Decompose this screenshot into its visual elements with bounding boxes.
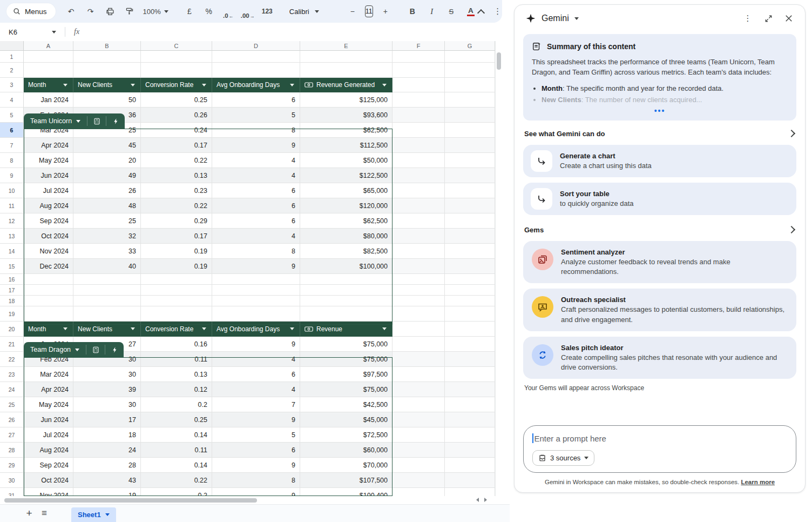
column-header-g[interactable]: G [445,41,495,51]
row-header[interactable]: 29 [0,458,24,473]
cell[interactable] [393,274,445,285]
cell[interactable]: 50 [73,92,141,108]
redo-button[interactable]: ↷ [82,4,100,19]
select-all-corner[interactable] [0,41,24,51]
cell[interactable]: Jul 2024 [24,427,73,443]
cell[interactable] [393,51,445,63]
chevron-down-icon[interactable] [290,327,294,330]
number-format-button[interactable]: 123 [258,4,276,19]
cell[interactable] [445,367,495,382]
cell[interactable]: 0.25 [141,92,212,108]
cell[interactable]: 0.13 [141,367,212,382]
gem-sales-pitch-ideator[interactable]: Sales pitch ideatorCreate compelling sal… [523,337,796,379]
undo-button[interactable]: ↶ [62,4,80,19]
table-calc-button[interactable] [86,342,105,357]
cell[interactable] [393,458,445,473]
cell[interactable] [445,427,495,443]
column-header-d[interactable]: D [212,41,300,51]
cell[interactable] [300,63,393,78]
row-header[interactable]: 2 [0,63,24,78]
cell[interactable] [445,352,495,367]
cell[interactable]: 0.14 [141,458,212,473]
font-size-input[interactable]: 11 [365,5,373,17]
row-header[interactable]: 6 [0,123,24,138]
cell[interactable]: 4 [212,352,300,367]
cell[interactable] [212,306,300,322]
table-column-header[interactable]: New Clients [73,322,141,337]
cell[interactable] [73,51,141,63]
cell[interactable] [393,427,445,443]
cell[interactable]: 6 [212,443,300,458]
cell[interactable]: 0.17 [141,229,212,244]
table-calc-button[interactable] [87,113,106,129]
font-family-select[interactable]: Calibri [285,8,335,16]
row-header[interactable]: 22 [0,352,24,367]
cell[interactable]: $120,000 [300,198,393,213]
cell[interactable]: Mar 2024 [24,367,73,382]
cell[interactable]: $60,000 [300,443,393,458]
cell[interactable]: Oct 2024 [24,229,73,244]
all-sheets-button[interactable]: ≡ [37,508,52,519]
row-header[interactable]: 3 [0,78,24,92]
horizontal-scrollbar[interactable] [0,496,502,504]
cell[interactable]: 0.22 [141,198,212,213]
cell[interactable]: 19 [73,488,141,496]
scroll-right-icon[interactable] [484,498,487,502]
cell[interactable] [445,51,495,63]
decrease-font-size-button[interactable]: − [343,4,362,19]
cell[interactable]: $75,000 [300,337,393,352]
cell[interactable] [445,153,495,168]
cell[interactable] [141,63,212,78]
cell[interactable] [73,285,141,296]
cell[interactable]: 45 [73,138,141,153]
cell[interactable] [445,473,495,488]
cell[interactable] [212,63,300,78]
cell[interactable]: May 2024 [24,153,73,168]
row-header[interactable]: 27 [0,427,24,443]
cell[interactable] [300,274,393,285]
vertical-scrollbar[interactable] [495,41,502,496]
hide-menus-button[interactable] [472,4,490,19]
cell[interactable]: 0.12 [141,382,212,397]
chevron-down-icon[interactable] [131,327,135,330]
cell[interactable]: 0.19 [141,259,212,274]
panel-more-options-button[interactable]: ⋮ [740,11,755,26]
row-header[interactable]: 13 [0,229,24,244]
cell[interactable]: Dec 2024 [24,259,73,274]
cell[interactable]: Aug 2024 [24,198,73,213]
row-header[interactable]: 11 [0,198,24,213]
cell[interactable] [141,306,212,322]
cell[interactable] [73,306,141,322]
cell[interactable] [24,274,73,285]
cell[interactable]: 0.26 [141,108,212,123]
cell[interactable] [393,63,445,78]
cell[interactable]: 49 [73,168,141,183]
italic-button[interactable]: I [423,4,441,19]
cell[interactable]: 8 [212,244,300,259]
panel-resize-button[interactable] [761,11,776,26]
cell[interactable]: 9 [212,138,300,153]
cell[interactable] [24,63,73,78]
chevron-down-icon[interactable] [202,84,206,86]
cell[interactable]: 9 [212,337,300,352]
cell[interactable]: 39 [73,382,141,397]
cell[interactable] [445,259,495,274]
row-header[interactable]: 5 [0,108,24,123]
learn-more-link[interactable]: Learn more [741,479,775,485]
cell[interactable] [393,443,445,458]
chevron-down-icon[interactable] [63,327,67,330]
row-header[interactable]: 16 [0,274,24,285]
cell[interactable]: Nov 2024 [24,244,73,259]
cell[interactable] [212,51,300,63]
cell[interactable]: $42,500 [300,397,393,412]
row-header[interactable]: 15 [0,259,24,274]
cell[interactable] [445,322,495,337]
cell[interactable] [73,296,141,306]
cell[interactable] [445,168,495,183]
column-header-f[interactable]: F [393,41,445,51]
cell[interactable]: Nov 2024 [24,488,73,496]
cell[interactable] [393,123,445,138]
cell[interactable]: 4 [212,229,300,244]
cell[interactable]: 28 [73,458,141,473]
row-header[interactable]: 8 [0,153,24,168]
